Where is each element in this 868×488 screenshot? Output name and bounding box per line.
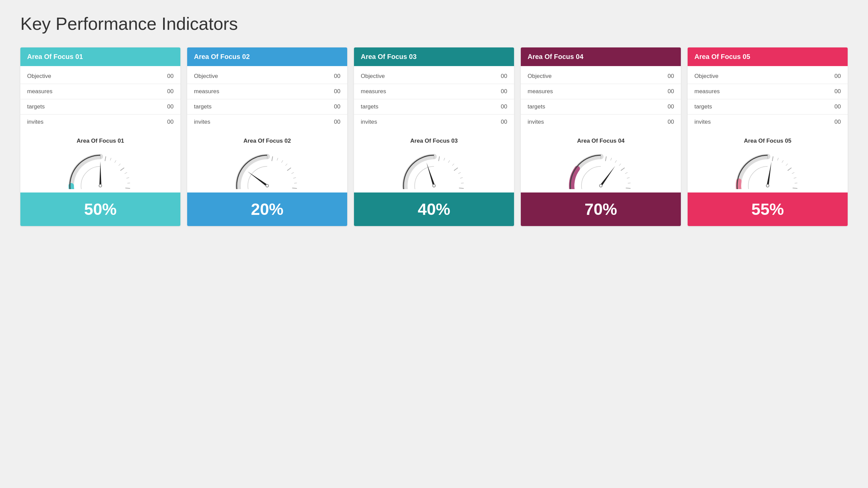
row-value: 00 <box>167 103 174 110</box>
row-label: invites <box>528 119 544 125</box>
row-label: Objective <box>194 73 218 80</box>
svg-line-30 <box>292 188 297 188</box>
gauge-title-2: Area Of Focus 02 <box>243 138 291 144</box>
cards-container: Area Of Focus 01Objective00measures00tar… <box>20 47 848 226</box>
gauge-svg-5 <box>730 148 805 189</box>
table-row-2-2: measures00 <box>187 84 347 99</box>
svg-line-53 <box>461 183 464 183</box>
table-row-3-4: invites00 <box>354 115 514 129</box>
card-table-5: Objective00measures00targets00invites00 <box>688 66 848 132</box>
card-footer-5: 55% <box>688 192 848 226</box>
table-row-3-1: Objective00 <box>354 69 514 84</box>
card-table-2: Objective00measures00targets00invites00 <box>187 66 347 132</box>
row-value: 00 <box>668 73 674 80</box>
svg-line-82 <box>606 156 607 161</box>
table-row-5-3: targets00 <box>688 99 848 115</box>
gauge-wrapper-2 <box>191 148 344 189</box>
gauge-wrapper-1 <box>24 148 177 189</box>
table-row-2-4: invites00 <box>187 115 347 129</box>
row-label: Objective <box>361 73 385 80</box>
table-row-3-3: targets00 <box>354 99 514 115</box>
card-footer-4: 70% <box>521 192 681 226</box>
row-value: 00 <box>668 119 674 125</box>
row-value: 00 <box>668 88 674 95</box>
svg-line-34 <box>287 168 291 170</box>
gauge-section-1: Area Of Focus 01 <box>20 132 180 192</box>
row-label: invites <box>361 119 377 125</box>
svg-line-75 <box>628 183 631 183</box>
svg-line-37 <box>277 158 278 160</box>
row-label: targets <box>694 103 712 110</box>
svg-line-56 <box>454 168 458 170</box>
row-value: 00 <box>501 119 507 125</box>
row-value: 00 <box>334 103 340 110</box>
svg-line-99 <box>792 172 794 174</box>
svg-line-81 <box>611 158 612 160</box>
gauge-wrapper-3 <box>357 148 511 189</box>
page-title: Key Performance Indicators <box>20 14 848 34</box>
table-row-2-1: Objective00 <box>187 69 347 84</box>
gauge-svg-1 <box>63 148 138 189</box>
svg-line-79 <box>619 164 621 166</box>
table-row-4-2: measures00 <box>521 84 681 99</box>
table-row-4-3: targets00 <box>521 99 681 115</box>
svg-line-10 <box>126 178 129 178</box>
card-header-1: Area Of Focus 01 <box>20 47 180 66</box>
svg-line-32 <box>293 178 296 178</box>
row-value: 00 <box>334 88 340 95</box>
row-label: invites <box>194 119 210 125</box>
svg-line-14 <box>115 160 116 163</box>
svg-point-21 <box>99 185 101 187</box>
row-value: 00 <box>501 73 507 80</box>
gauge-title-1: Area Of Focus 01 <box>77 138 124 144</box>
row-value: 00 <box>167 73 174 80</box>
row-value: 00 <box>334 119 340 125</box>
svg-line-52 <box>459 188 464 188</box>
table-row-5-2: measures00 <box>688 84 848 99</box>
svg-line-60 <box>439 156 440 161</box>
gauge-section-5: Area Of Focus 05 <box>688 132 848 192</box>
table-row-3-2: measures00 <box>354 84 514 99</box>
row-value: 00 <box>167 88 174 95</box>
row-value: 00 <box>834 103 841 110</box>
svg-line-13 <box>119 164 120 166</box>
gauge-svg-4 <box>564 148 638 189</box>
row-value: 00 <box>167 119 174 125</box>
row-label: Objective <box>27 73 51 80</box>
row-value: 00 <box>834 119 841 125</box>
row-value: 00 <box>834 73 841 80</box>
svg-line-54 <box>460 178 463 178</box>
card-header-4: Area Of Focus 04 <box>521 47 681 66</box>
row-label: Objective <box>694 73 718 80</box>
row-value: 00 <box>834 88 841 95</box>
row-label: targets <box>194 103 212 110</box>
row-value: 00 <box>668 103 674 110</box>
row-label: measures <box>194 88 219 95</box>
svg-line-35 <box>285 164 287 166</box>
card-header-3: Area Of Focus 03 <box>354 47 514 66</box>
svg-line-55 <box>458 172 461 174</box>
svg-line-98 <box>794 178 796 178</box>
svg-line-16 <box>105 156 106 161</box>
svg-line-15 <box>110 158 111 160</box>
row-label: invites <box>694 119 711 125</box>
kpi-card-4: Area Of Focus 04Objective00measures00tar… <box>521 47 681 226</box>
svg-line-57 <box>452 164 454 166</box>
svg-line-96 <box>793 188 797 188</box>
card-table-3: Objective00measures00targets00invites00 <box>354 66 514 132</box>
svg-line-12 <box>120 168 124 170</box>
table-row-5-1: Objective00 <box>688 69 848 84</box>
row-label: measures <box>528 88 553 95</box>
svg-line-36 <box>281 160 283 163</box>
table-row-1-3: targets00 <box>20 99 180 115</box>
row-value: 00 <box>501 88 507 95</box>
gauge-wrapper-5 <box>691 148 844 189</box>
kpi-card-1: Area Of Focus 01Objective00measures00tar… <box>20 47 180 226</box>
row-label: targets <box>361 103 378 110</box>
gauge-section-3: Area Of Focus 03 <box>354 132 514 192</box>
table-row-1-1: Objective00 <box>20 69 180 84</box>
svg-line-103 <box>777 158 778 160</box>
card-table-1: Objective00measures00targets00invites00 <box>20 66 180 132</box>
kpi-card-2: Area Of Focus 02Objective00measures00tar… <box>187 47 347 226</box>
card-footer-1: 50% <box>20 192 180 226</box>
